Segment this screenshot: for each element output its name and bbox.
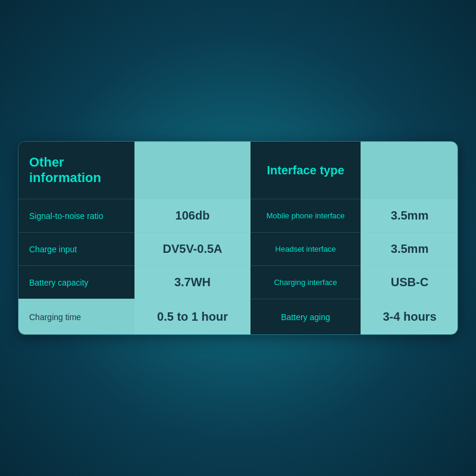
value-charge-input: DV5V-0.5A xyxy=(134,232,250,265)
label-mobile-interface: Mobile phone interface xyxy=(250,199,361,232)
header-other-info: Other information xyxy=(18,142,134,199)
value-charging-time: 0.5 to 1 hour xyxy=(134,299,250,334)
value-snr: 106db xyxy=(134,199,250,232)
label-charging-interface: Charging interface xyxy=(250,265,361,299)
label-snr: Signal-to-noise ratio xyxy=(18,199,134,232)
table-grid: Other information Interface type Signal-… xyxy=(18,142,458,334)
header-empty-right xyxy=(361,142,458,199)
label-battery-capacity: Battery capacity xyxy=(18,265,134,299)
value-battery-aging: 3-4 hours xyxy=(361,299,458,334)
label-charge-input: Charge input xyxy=(18,232,134,265)
value-mobile-interface: 3.5mm xyxy=(361,199,458,232)
header-interface-type-label: Interface type xyxy=(267,164,344,177)
label-headset-interface: Headset interface xyxy=(250,232,361,265)
product-specs-table: Other information Interface type Signal-… xyxy=(18,141,458,335)
value-battery-capacity: 3.7WH xyxy=(134,265,250,299)
label-battery-aging: Battery aging xyxy=(250,299,361,334)
value-charging-interface: USB-C xyxy=(361,265,458,299)
header-interface-type: Interface type xyxy=(250,142,361,199)
header-other-info-label: Other information xyxy=(29,155,124,186)
value-headset-interface: 3.5mm xyxy=(361,232,458,265)
header-empty-left xyxy=(134,142,250,199)
label-charging-time: Charging time xyxy=(18,299,134,334)
